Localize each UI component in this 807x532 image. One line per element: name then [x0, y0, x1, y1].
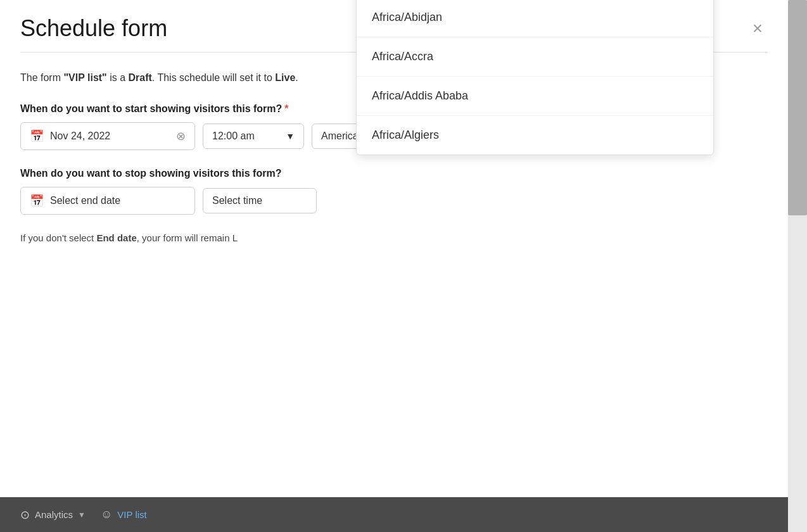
end-field-label: When do you want to stop showing visitor…	[20, 168, 768, 179]
info-is: is a	[107, 72, 129, 83]
timezone-item[interactable]: Africa/Addis Ababa	[357, 77, 713, 116]
end-time-placeholder: Select time	[212, 195, 307, 206]
timezone-dropdown: 🔍 Africa/Abidjan Africa/Accra Africa/Add…	[356, 0, 714, 155]
info-before: The form	[20, 72, 63, 83]
modal-body: The form "VIP list" is a Draft. This sch…	[0, 53, 788, 532]
time-chevron-down-icon: ▼	[286, 131, 295, 141]
end-info-label: End date	[96, 232, 136, 243]
modal: Schedule form × The form "VIP list" is a…	[0, 0, 788, 532]
analytics-icon: ⊙	[20, 508, 30, 522]
end-info-text: If you don't select End date, your form …	[20, 232, 768, 243]
bottom-bar: ⊙ Analytics ▼ ☺ VIP list	[0, 497, 788, 532]
scrollbar-thumb[interactable]	[788, 0, 807, 215]
vip-list-icon: ☺	[101, 508, 112, 521]
info-status-draft: Draft	[129, 72, 152, 83]
start-time-value: 12:00 am	[212, 130, 279, 142]
end-time-input[interactable]: Select time	[203, 188, 317, 213]
vip-list-label[interactable]: VIP list	[117, 509, 146, 520]
info-end: .	[295, 72, 298, 83]
start-time-select[interactable]: 12:00 am ▼	[203, 124, 304, 149]
end-date-placeholder: Select end date	[50, 195, 186, 206]
close-button[interactable]: ×	[747, 17, 768, 40]
start-date-input[interactable]: 📅 Nov 24, 2022 ⊗	[20, 122, 195, 150]
analytics-nav-item[interactable]: ⊙ Analytics ▼	[20, 508, 86, 522]
analytics-label: Analytics	[35, 509, 73, 520]
timezone-item[interactable]: Africa/Accra	[357, 37, 713, 77]
end-date-input[interactable]: 📅 Select end date	[20, 187, 195, 215]
start-date-value: Nov 24, 2022	[50, 130, 170, 142]
info-form-name: "VIP list"	[63, 72, 106, 83]
clear-date-icon[interactable]: ⊗	[176, 129, 186, 143]
calendar-icon: 📅	[30, 129, 44, 143]
end-info-after: , your form will remain L	[137, 232, 238, 243]
info-status-live: Live	[275, 72, 295, 83]
vip-list-nav-item[interactable]: ☺ VIP list	[101, 508, 147, 521]
timezone-item[interactable]: Africa/Algiers	[357, 116, 713, 155]
timezone-item[interactable]: Africa/Abidjan	[357, 0, 713, 37]
end-info-before: If you don't select	[20, 232, 96, 243]
modal-title: Schedule form	[20, 15, 167, 42]
end-calendar-icon: 📅	[30, 194, 44, 208]
info-middle: . This schedule will set it to	[152, 72, 275, 83]
timezone-list: Africa/Abidjan Africa/Accra Africa/Addis…	[357, 0, 713, 155]
required-star: *	[284, 103, 288, 114]
scrollbar[interactable]	[788, 0, 807, 532]
end-field-row: 📅 Select end date Select time 🔍 Africa/A…	[20, 187, 768, 215]
analytics-chevron-down-icon: ▼	[78, 510, 86, 519]
